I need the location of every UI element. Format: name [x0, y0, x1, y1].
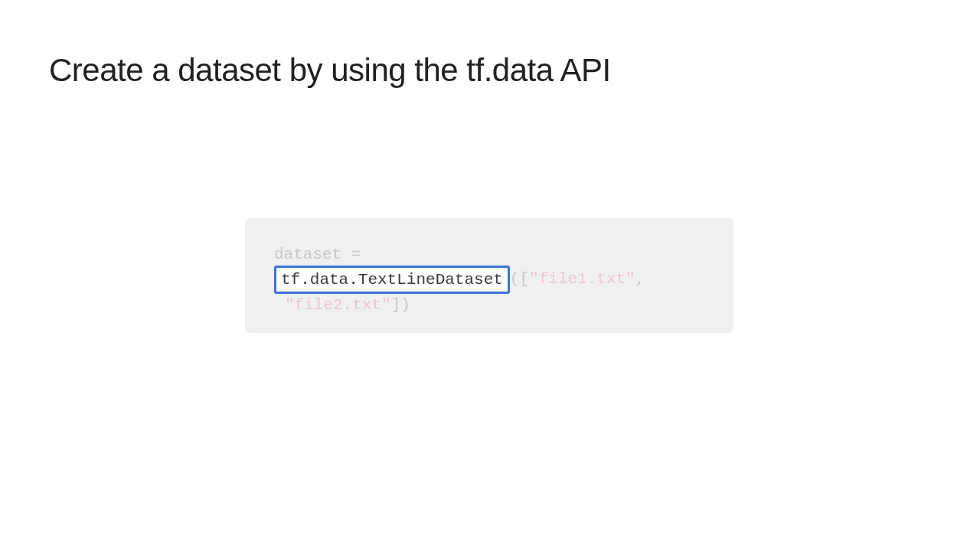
code-text-close-bracket: ])	[391, 296, 410, 314]
highlighted-api-call: tf.data.TextLineDataset	[274, 266, 510, 294]
code-string-file1: "file1.txt"	[529, 270, 635, 288]
slide-title: Create a dataset by using the tf.data AP…	[49, 52, 611, 89]
code-text-dataset-assign: dataset =	[274, 246, 361, 263]
code-text-comma: ,	[635, 270, 645, 288]
code-block: dataset = tf.data.TextLineDataset(["file…	[245, 218, 733, 333]
code-text-open-bracket: ([	[510, 270, 529, 288]
code-string-file2: "file2.txt"	[285, 296, 391, 314]
